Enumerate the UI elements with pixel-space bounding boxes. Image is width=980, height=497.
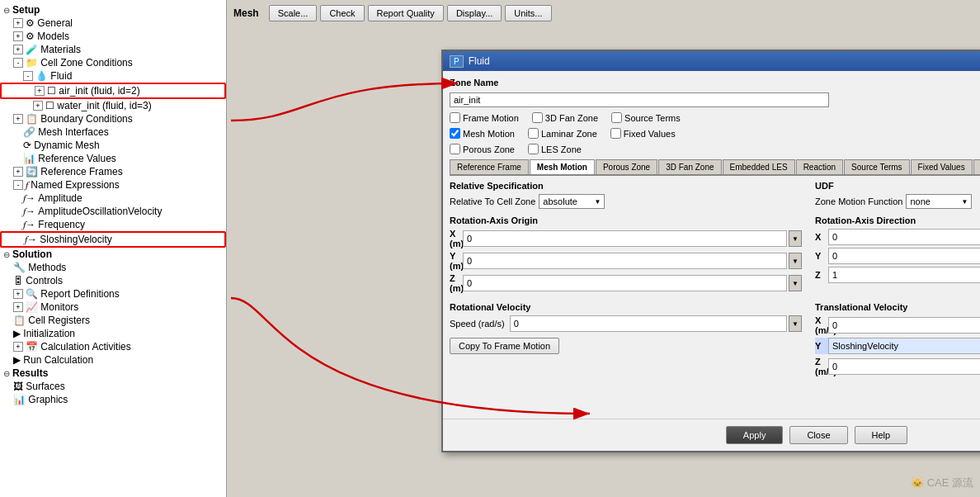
sidebar-item-setup[interactable]: ⊖ Setup <box>0 3 226 17</box>
sidebar-item-models[interactable]: + ⚙ Models <box>0 30 226 43</box>
sidebar-item-amplitude[interactable]: 𝑓→ Amplitude <box>0 192 226 205</box>
origin-y-dropdown[interactable]: ▼ <box>789 253 802 269</box>
dir-z-input[interactable] <box>828 267 980 283</box>
dir-y-input[interactable] <box>828 248 980 264</box>
checkbox-fixed-values[interactable] <box>610 128 621 139</box>
sidebar-item-boundary[interactable]: + 📋 Boundary Conditions <box>0 112 226 125</box>
sidebar-item-results[interactable]: ⊖ Results <box>0 367 226 380</box>
relative-spec-select[interactable]: absolute ▼ <box>539 194 605 209</box>
trans-x-input[interactable] <box>828 317 980 334</box>
sidebar-item-materials[interactable]: + 🧪 Materials <box>0 43 226 56</box>
checkbox-source-terms[interactable] <box>611 112 622 123</box>
sidebar-item-monitors[interactable]: + 📈 Monitors <box>0 301 226 314</box>
copy-to-frame-motion-button[interactable]: Copy To Frame Motion <box>450 338 559 354</box>
checkboxes-row: Frame Motion 3D Fan Zone Source Terms <box>450 112 980 123</box>
help-button[interactable]: Help <box>855 426 908 444</box>
trans-z-input[interactable] <box>828 358 980 375</box>
rot-speed-dropdown[interactable]: ▼ <box>789 315 802 332</box>
check-laminar-zone[interactable]: Laminar Zone <box>528 128 597 139</box>
trans-y-input[interactable] <box>828 338 980 354</box>
expand-calc-act[interactable]: + <box>13 342 23 352</box>
checkbox-les-zone[interactable] <box>528 144 539 154</box>
expand-cell-zone[interactable]: - <box>13 58 23 68</box>
sidebar-item-amplitude-osc[interactable]: 𝑓→ AmplitudeOscillationVelocity <box>0 205 226 218</box>
sidebar-item-mesh-interfaces[interactable]: 🔗 Mesh Interfaces <box>0 125 226 139</box>
checkbox-3d-fan-zone[interactable] <box>532 112 543 123</box>
tab-reaction[interactable]: Reaction <box>796 159 843 174</box>
rot-speed-input[interactable] <box>510 315 787 332</box>
report-quality-button[interactable]: Report Quality <box>368 5 444 21</box>
tab-3d-fan-zone[interactable]: 3D Fan Zone <box>658 159 721 174</box>
expand-report-def[interactable]: + <box>13 289 23 299</box>
check-les-zone[interactable]: LES Zone <box>528 144 582 154</box>
sidebar-item-sloshing-velocity[interactable]: 𝑓→ SloshingVelocity <box>0 231 226 248</box>
sidebar-item-solution[interactable]: ⊖ Solution <box>0 248 226 261</box>
expand-monitors[interactable]: + <box>13 302 23 312</box>
expand-boundary[interactable]: + <box>13 114 23 124</box>
origin-z-dropdown[interactable]: ▼ <box>789 275 802 291</box>
relative-spec-row: Relative To Cell Zone absolute ▼ <box>450 194 802 209</box>
expand-models[interactable]: + <box>13 31 23 41</box>
check-button[interactable]: Check <box>320 5 364 21</box>
check-porous-zone[interactable]: Porous Zone <box>450 144 515 154</box>
tab-porous-zone[interactable]: Porous Zone <box>596 159 657 174</box>
expand-general[interactable]: + <box>13 18 23 28</box>
sidebar-item-general[interactable]: + ⚙ General <box>0 17 226 30</box>
sidebar-item-cell-zone[interactable]: - 📁 Cell Zone Conditions <box>0 56 226 69</box>
check-frame-motion[interactable]: Frame Motion <box>450 112 519 123</box>
display-button[interactable]: Display... <box>447 5 502 21</box>
sidebar-item-reference-values[interactable]: 📊 Reference Values <box>0 152 226 165</box>
origin-x-dropdown[interactable]: ▼ <box>789 230 802 247</box>
units-button[interactable]: Units... <box>505 5 551 21</box>
tab-mesh-motion[interactable]: Mesh Motion <box>530 159 595 174</box>
sidebar-item-methods[interactable]: 🔧 Methods <box>0 261 226 274</box>
sidebar-item-frequency[interactable]: 𝑓→ Frequency <box>0 218 226 231</box>
expand-water-init[interactable]: + <box>33 101 43 111</box>
expand-fluid[interactable]: - <box>23 71 33 81</box>
sidebar-item-run-calc[interactable]: ▶ Run Calculation <box>0 353 226 367</box>
checkbox-porous-zone[interactable] <box>450 144 460 154</box>
check-mesh-motion[interactable]: Mesh Motion <box>450 128 515 139</box>
dir-x-input[interactable] <box>828 229 980 245</box>
check-3d-fan-zone[interactable]: 3D Fan Zone <box>532 112 598 123</box>
origin-y-input[interactable] <box>463 253 787 269</box>
checkbox-mesh-motion[interactable] <box>450 128 460 139</box>
origin-z-input[interactable] <box>463 275 787 291</box>
sidebar-item-reference-frames[interactable]: + 🔄 Reference Frames <box>0 165 226 178</box>
tab-source-terms[interactable]: Source Terms <box>844 159 910 174</box>
zone-name-input[interactable] <box>450 92 829 107</box>
scale-button[interactable]: Scale... <box>269 5 318 21</box>
sidebar-item-calc-activities[interactable]: + 📅 Calculation Activities <box>0 340 226 353</box>
tab-embedded-les[interactable]: Embedded LES <box>723 159 795 174</box>
expand-ref-frames[interactable]: + <box>13 167 23 177</box>
trans-x-row: X (m/s) ▼ <box>815 315 980 335</box>
expand-materials[interactable]: + <box>13 45 23 54</box>
sidebar-item-initialization[interactable]: ▶ Initialization <box>0 327 226 340</box>
origin-x-input[interactable] <box>463 230 787 247</box>
apply-button[interactable]: Apply <box>726 426 784 444</box>
tab-reference-frame[interactable]: Reference Frame <box>450 159 529 174</box>
sidebar-item-surfaces[interactable]: 🖼 Surfaces <box>0 380 226 393</box>
check-source-terms[interactable]: Source Terms <box>611 112 681 123</box>
sidebar-item-fluid[interactable]: - 💧 Fluid <box>0 69 226 83</box>
sidebar-item-controls[interactable]: 🎛 Controls <box>0 274 226 287</box>
check-fixed-values[interactable]: Fixed Values <box>610 128 676 139</box>
checkbox-frame-motion[interactable] <box>450 112 460 123</box>
tab-multiphase[interactable]: Multiphase <box>973 159 980 174</box>
expand-solution-icon: ⊖ <box>3 250 10 259</box>
udf-select[interactable]: none ▼ <box>906 194 972 209</box>
sidebar-item-air-init[interactable]: + ☐ air_init (fluid, id=2) <box>0 83 226 99</box>
close-button[interactable]: Close <box>789 426 847 444</box>
sidebar-item-graphics[interactable]: 📊 Graphics <box>0 393 226 406</box>
sidebar-item-report-definitions[interactable]: + 🔍 Report Definitions <box>0 287 226 301</box>
expand-named-expr[interactable]: - <box>13 180 23 190</box>
dialog-icon: P <box>450 55 464 68</box>
checkbox-laminar-zone[interactable] <box>528 128 539 139</box>
right-area: Mesh Scale... Check Report Quality Displ… <box>227 0 980 497</box>
sidebar-item-dynamic-mesh[interactable]: ⟳ Dynamic Mesh <box>0 139 226 152</box>
sidebar-item-cell-registers[interactable]: 📋 Cell Registers <box>0 314 226 327</box>
sidebar-item-water-init[interactable]: + ☐ water_init (fluid, id=3) <box>0 99 226 112</box>
sidebar-item-named-expressions[interactable]: - 𝑓 Named Expressions <box>0 178 226 192</box>
tab-fixed-values[interactable]: Fixed Values <box>911 159 973 174</box>
expand-air-init[interactable]: + <box>35 86 45 96</box>
